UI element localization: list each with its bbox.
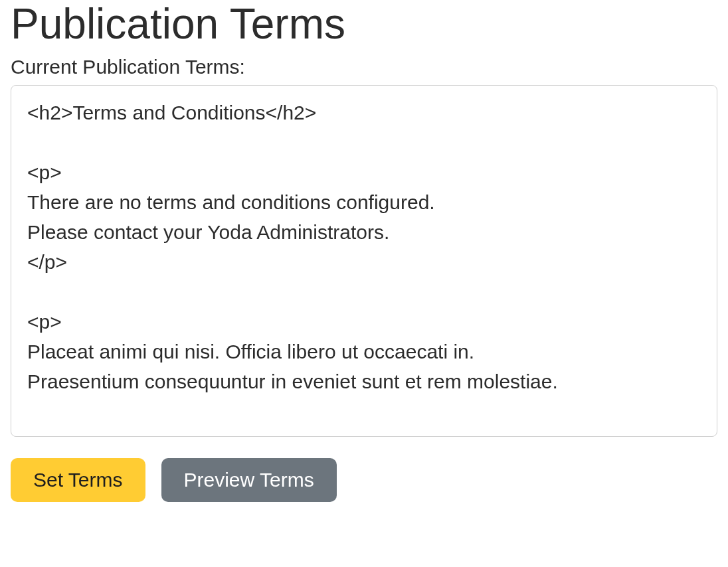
terms-textarea[interactable]: <h2>Terms and Conditions</h2> <p> There …	[11, 85, 717, 437]
publication-terms-page: Publication Terms Current Publication Te…	[0, 0, 728, 502]
preview-terms-button[interactable]: Preview Terms	[161, 458, 337, 502]
set-terms-button[interactable]: Set Terms	[11, 458, 145, 502]
terms-textarea-wrap: <h2>Terms and Conditions</h2> <p> There …	[11, 85, 717, 440]
terms-label: Current Publication Terms:	[11, 56, 717, 78]
page-title: Publication Terms	[11, 0, 717, 49]
button-row: Set Terms Preview Terms	[11, 458, 717, 502]
